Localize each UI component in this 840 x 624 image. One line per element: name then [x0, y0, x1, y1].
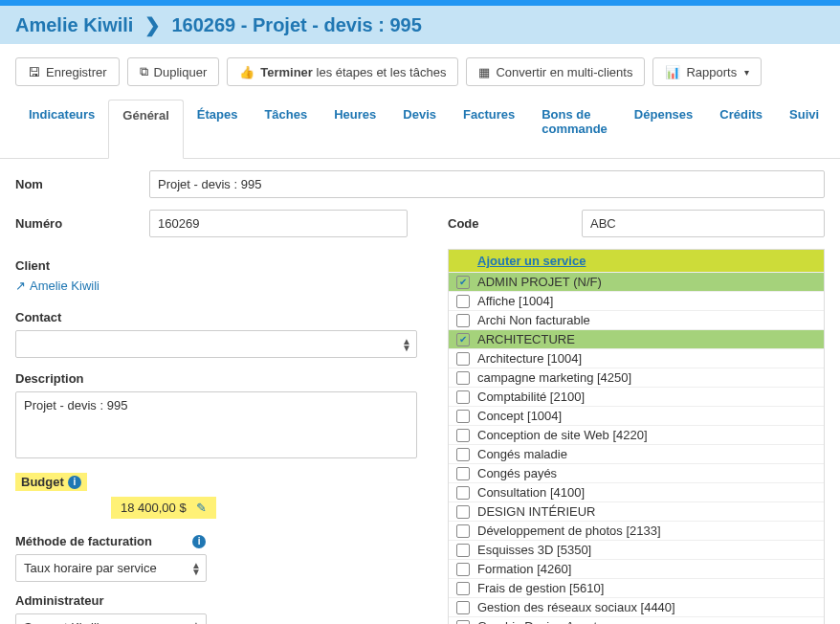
- tab-suivi[interactable]: Suivi: [776, 100, 832, 158]
- contact-select[interactable]: [15, 330, 417, 358]
- service-label: Concept [1004]: [477, 409, 562, 423]
- name-input[interactable]: [149, 170, 825, 198]
- label-client: Client: [15, 258, 436, 273]
- service-checkbox[interactable]: [456, 429, 470, 442]
- toolbar: 🖫 Enregistrer ⧉ Dupliquer 👍 Terminer les…: [0, 44, 840, 100]
- service-row[interactable]: Formation [4260]: [449, 559, 824, 578]
- service-checkbox[interactable]: [456, 544, 470, 557]
- label-budget: Budget i: [15, 473, 87, 491]
- service-label: Frais de gestion [5610]: [477, 581, 604, 595]
- service-checkbox[interactable]: [456, 563, 470, 576]
- number-input[interactable]: [149, 210, 408, 237]
- row-number: Numéro: [15, 210, 436, 237]
- tab-indicateurs[interactable]: Indicateurs: [15, 100, 108, 158]
- service-row[interactable]: Architecture [1004]: [449, 348, 824, 368]
- service-checkbox[interactable]: [456, 486, 470, 500]
- service-row[interactable]: Congés maladie: [449, 444, 824, 463]
- admin-select[interactable]: [15, 613, 207, 624]
- duplicate-label: Dupliquer: [154, 65, 208, 79]
- client-link-text: Amelie Kiwili: [30, 279, 99, 293]
- service-checkbox[interactable]: [456, 582, 470, 595]
- service-checkbox[interactable]: [456, 524, 470, 538]
- service-row[interactable]: Consultation [4100]: [449, 482, 824, 501]
- billing-method-select[interactable]: [15, 554, 207, 582]
- caret-down-icon: ▾: [744, 67, 749, 78]
- service-checkbox[interactable]: [456, 371, 470, 385]
- label-code: Code: [448, 216, 582, 231]
- save-icon: 🖫: [28, 65, 40, 79]
- service-checkbox[interactable]: [456, 314, 470, 327]
- tab-bons-de-commande[interactable]: Bons de commande: [528, 100, 621, 158]
- thumbs-up-icon: 👍: [239, 65, 254, 79]
- service-row[interactable]: Esquisses 3D [5350]: [449, 540, 824, 559]
- service-checkbox[interactable]: [456, 333, 470, 346]
- service-row[interactable]: Archi Non facturable: [449, 310, 824, 329]
- service-row[interactable]: Gestion des réseaux sociaux [4440]: [449, 597, 824, 616]
- add-service-link[interactable]: Ajouter un service: [477, 254, 586, 268]
- breadcrumb-client[interactable]: Amelie Kiwili: [15, 14, 133, 35]
- tab-devis[interactable]: Devis: [389, 100, 450, 158]
- save-button[interactable]: 🖫 Enregistrer: [15, 57, 120, 86]
- info-icon[interactable]: i: [68, 476, 81, 489]
- service-checkbox[interactable]: [456, 390, 470, 404]
- service-row[interactable]: Conception de site Web [4220]: [449, 425, 824, 444]
- content: Nom Numéro Code Client ↗ Amelie Kiwili C…: [0, 159, 840, 624]
- reports-button[interactable]: 📊 Rapports ▾: [652, 57, 762, 86]
- billing-method-text: Méthode de facturation: [15, 534, 152, 548]
- service-row[interactable]: ADMIN PROJET (N/F): [449, 272, 824, 291]
- service-row[interactable]: DESIGN INTÉRIEUR: [449, 501, 824, 521]
- service-checkbox[interactable]: [456, 352, 470, 366]
- service-row[interactable]: Comptabilité [2100]: [449, 387, 824, 406]
- service-label: Affiche [1004]: [477, 294, 553, 308]
- label-description: Description: [15, 371, 436, 386]
- service-list: ADMIN PROJET (N/F)Affiche [1004]Archi No…: [449, 272, 824, 624]
- service-checkbox[interactable]: [456, 295, 470, 308]
- code-input[interactable]: [582, 210, 825, 237]
- service-checkbox[interactable]: [456, 410, 470, 423]
- tab-crédits[interactable]: Crédits: [706, 100, 776, 158]
- service-checkbox[interactable]: [456, 620, 470, 625]
- label-number: Numéro: [15, 216, 149, 231]
- convert-button[interactable]: ▦ Convertir en multi-clients: [466, 57, 645, 86]
- service-label: Architecture [1004]: [477, 351, 582, 366]
- tab-factures[interactable]: Factures: [450, 100, 528, 158]
- tab-charge-de-travail[interactable]: Charge de travail: [832, 100, 840, 158]
- service-checkbox[interactable]: [456, 505, 470, 519]
- service-row[interactable]: Congés payés: [449, 463, 824, 482]
- breadcrumb: Amelie Kiwili ❯ 160269 - Projet - devis …: [0, 6, 840, 44]
- label-contact: Contact: [15, 310, 436, 324]
- service-row[interactable]: Frais de gestion [5610]: [449, 578, 824, 597]
- service-checkbox[interactable]: [456, 276, 470, 289]
- info-icon[interactable]: i: [192, 535, 206, 548]
- service-label: Congés payés: [477, 466, 557, 480]
- service-label: ADMIN PROJET (N/F): [477, 275, 602, 289]
- service-panel: Ajouter un service ADMIN PROJET (N/F)Aff…: [448, 249, 825, 624]
- reports-label: Rapports: [686, 65, 737, 79]
- service-panel-header: Ajouter un service: [449, 250, 824, 272]
- service-label: Gestion des réseaux sociaux [4440]: [477, 600, 675, 614]
- edit-icon[interactable]: ✎: [196, 501, 207, 515]
- service-row[interactable]: Concept [1004]: [449, 406, 824, 425]
- chart-icon: 📊: [665, 65, 680, 79]
- external-link-icon: ↗: [15, 279, 26, 293]
- service-row[interactable]: Graphic Design Assets: [449, 616, 824, 624]
- service-checkbox[interactable]: [456, 601, 470, 614]
- duplicate-button[interactable]: ⧉ Dupliquer: [127, 57, 220, 86]
- tab-étapes[interactable]: Étapes: [184, 100, 252, 158]
- service-label: Archi Non facturable: [477, 313, 590, 327]
- service-row[interactable]: campagne marketing [4250]: [449, 368, 824, 387]
- client-link[interactable]: ↗ Amelie Kiwili: [15, 279, 99, 293]
- service-checkbox[interactable]: [456, 448, 470, 461]
- service-row[interactable]: Affiche [1004]: [449, 291, 824, 310]
- tab-heures[interactable]: Heures: [321, 100, 389, 158]
- description-textarea[interactable]: [15, 391, 417, 458]
- service-row[interactable]: Développement de photos [2133]: [449, 521, 824, 540]
- tab-tâches[interactable]: Tâches: [251, 100, 321, 158]
- service-checkbox[interactable]: [456, 467, 470, 480]
- tab-général[interactable]: Général: [108, 100, 183, 159]
- convert-label: Convertir en multi-clients: [496, 65, 632, 79]
- tab-dépenses[interactable]: Dépenses: [621, 100, 706, 158]
- row-name: Nom: [15, 170, 825, 198]
- finish-button[interactable]: 👍 Terminer les étapes et les tâches: [227, 57, 458, 86]
- service-row[interactable]: ARCHITECTURE: [449, 329, 824, 348]
